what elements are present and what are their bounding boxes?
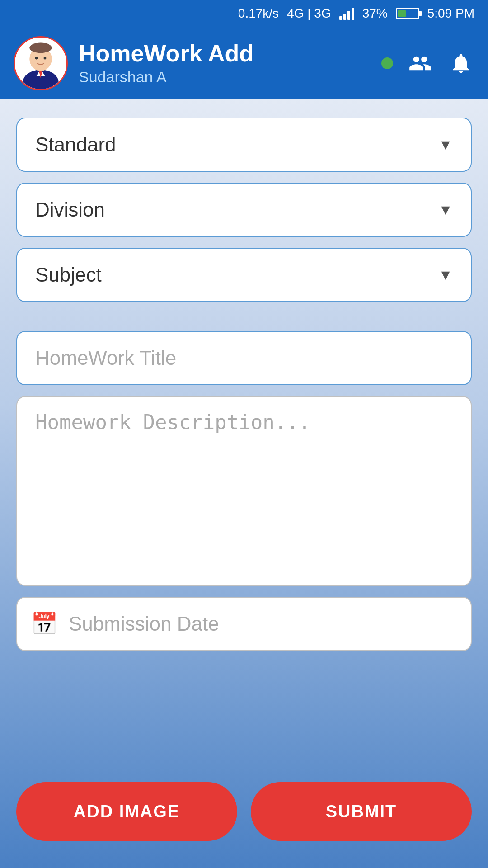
main-content: Standard ▼ Division ▼ Subject ▼ 📅 Submis… [0,99,488,868]
header-actions [381,50,474,77]
user-name: Sudarshan A [79,68,371,86]
avatar [14,36,68,90]
status-bar: 0.17k/s 4G | 3G 37% 5:09 PM [0,0,488,27]
homework-description-input[interactable] [16,396,472,586]
standard-label: Standard [35,133,116,156]
page-title: HomeWork Add [79,41,371,66]
division-chevron-icon: ▼ [438,202,453,218]
standard-chevron-icon: ▼ [438,137,453,153]
calendar-icon: 📅 [31,611,58,637]
battery-percent: 37% [362,6,388,21]
subject-dropdown[interactable]: Subject ▼ [16,248,472,302]
online-indicator [381,57,393,69]
submission-date-field[interactable]: 📅 Submission Date [16,597,472,651]
subject-label: Subject [35,264,102,286]
battery-icon [396,8,419,19]
header-info: HomeWork Add Sudarshan A [79,41,371,86]
svg-point-7 [35,57,38,60]
action-buttons: ADD IMAGE SUBMIT [16,782,472,850]
network-type: 4G | 3G [287,6,331,21]
division-dropdown[interactable]: Division ▼ [16,183,472,237]
time-display: 5:09 PM [427,6,474,21]
submit-button[interactable]: SUBMIT [251,782,472,841]
notification-icon[interactable] [447,50,474,77]
standard-dropdown[interactable]: Standard ▼ [16,118,472,172]
app-header: HomeWork Add Sudarshan A [0,27,488,99]
network-speed: 0.17k/s [238,6,279,21]
signal-indicator [339,7,354,20]
add-image-button[interactable]: ADD IMAGE [16,782,237,841]
svg-point-6 [29,42,52,53]
subject-chevron-icon: ▼ [438,267,453,283]
date-placeholder: Submission Date [69,613,219,635]
group-icon[interactable] [407,50,434,77]
homework-title-input[interactable] [16,331,472,385]
svg-point-8 [44,57,47,60]
division-label: Division [35,198,105,221]
